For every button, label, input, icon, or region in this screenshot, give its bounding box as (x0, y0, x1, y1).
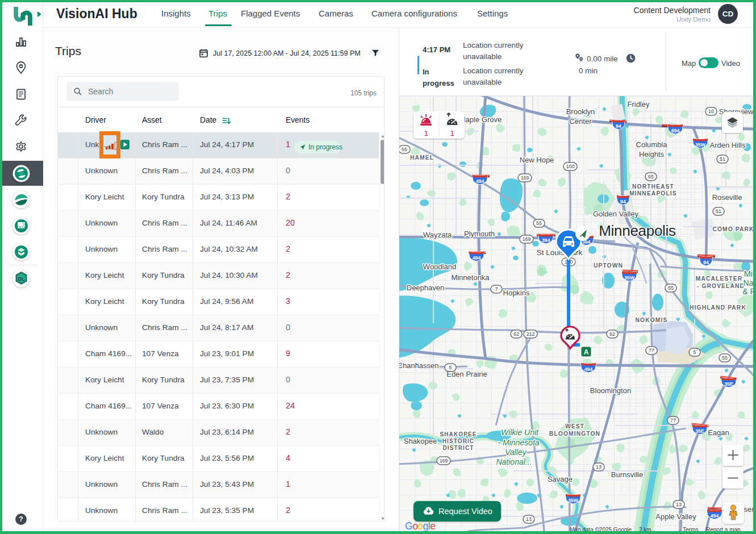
svg-text:HISTORIC: HISTORIC (442, 438, 474, 444)
svg-text:35W: 35W (568, 498, 579, 503)
svg-text:Columbia: Columbia (636, 140, 668, 149)
svg-text:Hopkins: Hopkins (503, 289, 530, 297)
svg-text:Arden Hills: Arden Hills (710, 141, 746, 149)
svg-text:DISTRICT: DISTRICT (443, 445, 474, 451)
svg-text:13: 13 (526, 516, 532, 522)
svg-text:Deephaven: Deephaven (407, 283, 445, 292)
svg-text:HIGHLAND PARK: HIGHLAND PARK (690, 304, 746, 311)
svg-text:35E: 35E (695, 428, 704, 434)
svg-text:5: 5 (449, 365, 452, 370)
svg-text:Burnsville: Burnsville (611, 470, 643, 479)
svg-text:Shakopee: Shakopee (404, 437, 437, 445)
svg-text:51: 51 (716, 208, 721, 214)
svg-text:Minneapolis: Minneapolis (599, 222, 676, 239)
svg-text:Brooklyn: Brooklyn (566, 107, 595, 116)
svg-text:169: 169 (440, 458, 448, 464)
svg-text:& R: & R (742, 287, 753, 296)
svg-text:94: 94 (703, 260, 709, 265)
svg-text:A: A (584, 348, 589, 356)
svg-text:100: 100 (566, 164, 575, 169)
svg-text:Apple Valley: Apple Valley (655, 512, 696, 521)
svg-text:13: 13 (596, 464, 602, 470)
svg-text:494: 494 (473, 255, 481, 261)
svg-text:1: 1 (450, 129, 454, 137)
svg-text:212: 212 (527, 331, 535, 337)
svg-text:MACALESTER: MACALESTER (696, 276, 743, 282)
svg-text:New Hope: New Hope (520, 156, 554, 164)
svg-text:694: 694 (671, 128, 680, 134)
svg-text:UPTOWN: UPTOWN (594, 262, 623, 269)
svg-text:55: 55 (668, 285, 674, 291)
svg-text:Mis: Mis (744, 269, 753, 278)
svg-text:MINNEAPOLIS: MINNEAPOLIS (629, 190, 677, 197)
svg-text:National...: National... (496, 457, 532, 466)
svg-text:77: 77 (670, 418, 676, 423)
svg-text:13: 13 (676, 502, 682, 507)
svg-text:55: 55 (722, 355, 728, 361)
svg-text:65: 65 (648, 174, 654, 180)
svg-text:Plymouth: Plymouth (464, 230, 495, 238)
svg-text:Nati: Nati (744, 278, 753, 287)
svg-text:77: 77 (649, 348, 654, 353)
svg-text:Golden Valley: Golden Valley (593, 210, 638, 218)
svg-text:5: 5 (694, 349, 696, 355)
svg-text:sen: sen (744, 505, 753, 514)
svg-text:NOKOMIS: NOKOMIS (636, 317, 668, 323)
svg-text:WEST: WEST (565, 423, 584, 429)
svg-text:Valley: Valley (505, 448, 527, 457)
svg-text:94: 94 (616, 123, 621, 129)
svg-text:55: 55 (402, 147, 407, 152)
svg-text:169: 169 (521, 175, 529, 181)
svg-text:94: 94 (620, 199, 626, 205)
svg-text:Minnetonka: Minnetonka (451, 273, 490, 282)
svg-text:35E: 35E (724, 381, 733, 387)
svg-text:35W: 35W (624, 275, 635, 281)
svg-text:HAMEL: HAMEL (410, 155, 434, 161)
svg-text:1: 1 (424, 129, 428, 137)
svg-text:Wilkie Unit: Wilkie Unit (501, 428, 539, 437)
svg-text:51: 51 (720, 156, 725, 162)
svg-text:169: 169 (523, 236, 531, 242)
svg-text:NORTHEAST: NORTHEAST (632, 183, 674, 190)
svg-text:494: 494 (476, 178, 484, 184)
svg-text:494: 494 (584, 366, 593, 372)
svg-text:62: 62 (513, 331, 519, 337)
svg-text:- Minnesota: - Minnesota (498, 438, 539, 447)
svg-text:- GROVELAND: - GROVELAND (697, 283, 745, 289)
svg-text:SHAKOPEE: SHAKOPEE (440, 431, 477, 437)
svg-text:Savage: Savage (548, 475, 573, 483)
svg-text:BLOOMINGTON: BLOOMINGTON (549, 431, 600, 437)
svg-text:Heights: Heights (639, 150, 665, 158)
svg-text:62: 62 (609, 331, 615, 337)
svg-text:Woodland: Woodland (423, 262, 456, 271)
svg-text:Chanhassen: Chanhassen (399, 361, 439, 370)
svg-text:Wayzata: Wayzata (423, 231, 452, 239)
svg-text:Maple Grove: Maple Grove (460, 115, 502, 124)
svg-text:Bloomington: Bloomington (590, 386, 631, 395)
svg-text:394: 394 (542, 237, 550, 243)
svg-text:10: 10 (708, 109, 714, 114)
svg-text:Center: Center (569, 117, 592, 126)
svg-text:Eagan: Eagan (708, 428, 729, 437)
svg-text:Roseville: Roseville (712, 193, 742, 202)
svg-text:55: 55 (536, 220, 542, 226)
svg-text:494: 494 (711, 513, 719, 519)
svg-text:35W: 35W (695, 142, 706, 148)
svg-text:COMO PARK: COMO PARK (712, 226, 753, 232)
svg-text:Fridley: Fridley (627, 100, 650, 109)
svg-text:7: 7 (495, 286, 498, 292)
svg-text:DL: DL (18, 276, 25, 282)
